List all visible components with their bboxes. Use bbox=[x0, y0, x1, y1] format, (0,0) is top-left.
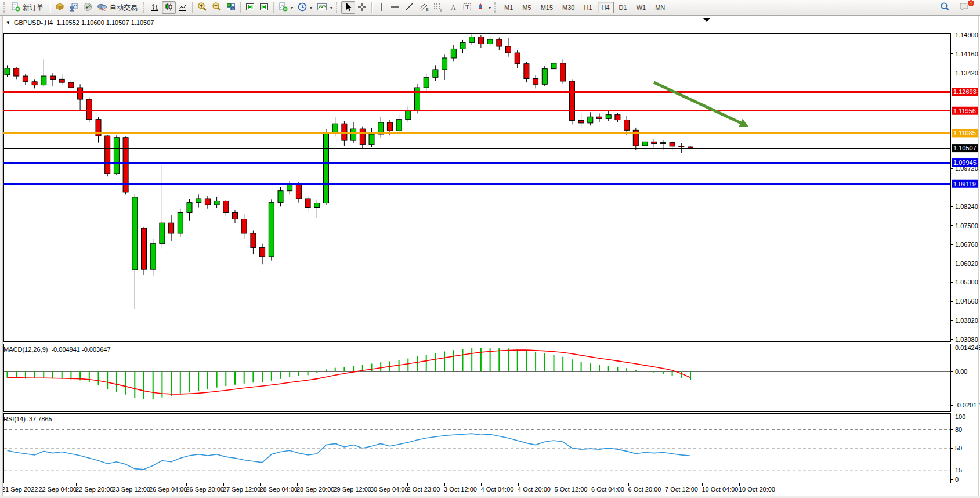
candle-bullish bbox=[278, 191, 283, 203]
candlestick-chart-type-button[interactable] bbox=[162, 1, 176, 14]
time-tick-label: 6 Oct 20:00 bbox=[628, 486, 661, 493]
window-right-edge bbox=[978, 16, 979, 498]
zoom-in-button[interactable] bbox=[195, 1, 209, 14]
cursor-tool-button[interactable] bbox=[341, 1, 355, 14]
template-button[interactable]: ▾ bbox=[314, 1, 335, 14]
timeframe-h4-button[interactable]: H4 bbox=[598, 2, 614, 13]
new-chart-button[interactable]: ▾ bbox=[276, 1, 295, 14]
timeframe-d1-button[interactable]: D1 bbox=[615, 2, 631, 13]
candle-bearish bbox=[578, 120, 584, 122]
timeframe-m30-button[interactable]: M30 bbox=[558, 2, 578, 13]
candle-bearish bbox=[478, 37, 483, 44]
candle-bullish bbox=[178, 212, 183, 233]
clock-icon bbox=[298, 2, 307, 13]
candle-bearish bbox=[506, 46, 511, 53]
community-button[interactable] bbox=[67, 1, 81, 14]
candle-bullish bbox=[460, 42, 465, 49]
price-tick-label: 1.13420 bbox=[955, 70, 978, 77]
candle-bullish bbox=[606, 115, 611, 119]
auto-trading-button[interactable]: 自动交易 bbox=[95, 1, 142, 14]
rsi-indicator-label: RSI(14) 37.7865 bbox=[3, 416, 52, 423]
toolbar-grip bbox=[494, 2, 497, 13]
time-tick-label: 3 Oct 12:00 bbox=[444, 486, 477, 493]
candle-bullish bbox=[642, 142, 648, 146]
svg-text:A: A bbox=[451, 3, 456, 11]
new-chart-icon bbox=[279, 2, 288, 13]
tile-windows-button[interactable] bbox=[224, 1, 238, 14]
time-tick-label: 4 Oct 20:00 bbox=[518, 486, 551, 493]
candle-bullish bbox=[542, 69, 547, 85]
rsi-tick-label: 15 bbox=[955, 467, 962, 474]
chart-shift-button[interactable] bbox=[257, 1, 271, 14]
toolbar-grip bbox=[3, 2, 6, 13]
candle-bullish bbox=[160, 223, 165, 244]
auto-scroll-button[interactable] bbox=[243, 1, 257, 14]
equidistant-channel-tool-button[interactable]: E bbox=[416, 1, 431, 14]
crosshair-tool-button[interactable] bbox=[355, 1, 369, 14]
text-label-icon: T bbox=[462, 2, 472, 13]
candle-bullish bbox=[396, 120, 402, 131]
new-order-button[interactable]: 新订单 bbox=[9, 1, 48, 14]
market-depth-button[interactable] bbox=[53, 1, 67, 14]
time-tick-label: 10 Oct 20:00 bbox=[739, 486, 775, 493]
rsi-tick-label: 50 bbox=[955, 445, 962, 452]
candle-bullish bbox=[269, 203, 274, 257]
arrows-tool-button[interactable]: ▾ bbox=[474, 1, 493, 14]
price-tick-label: 1.06760 bbox=[955, 241, 978, 248]
candle-bullish bbox=[187, 203, 192, 213]
toolbar-grip bbox=[143, 2, 146, 13]
community-icon bbox=[69, 2, 78, 13]
candle-bearish bbox=[296, 185, 301, 199]
fibonacci-icon: F bbox=[433, 2, 444, 13]
price-tick-label: 1.06020 bbox=[955, 260, 978, 267]
signals-button[interactable] bbox=[81, 1, 95, 14]
timeframe-h1-button[interactable]: H1 bbox=[580, 2, 596, 13]
candle-bearish bbox=[32, 82, 37, 85]
time-tick-label: 7 Oct 12:00 bbox=[665, 486, 698, 493]
candle-bearish bbox=[615, 115, 620, 120]
timeframe-m15-button[interactable]: M15 bbox=[537, 2, 557, 13]
candle-bearish bbox=[14, 68, 19, 76]
search-button[interactable] bbox=[938, 1, 952, 14]
candle-bearish bbox=[342, 124, 347, 140]
svg-text:E: E bbox=[426, 8, 429, 12]
timeframe-mn-button[interactable]: MN bbox=[651, 2, 669, 13]
auto-scroll-icon bbox=[245, 2, 255, 13]
time-tick-label: 29 Sep 12:00 bbox=[334, 486, 371, 493]
one-click-trading-toggle[interactable]: ▼ bbox=[6, 20, 10, 26]
toolbar-separator bbox=[192, 2, 193, 13]
candle-bearish bbox=[524, 64, 529, 79]
horizontal-line-tool-button[interactable] bbox=[388, 1, 402, 14]
timeframe-w1-button[interactable]: W1 bbox=[632, 2, 650, 13]
candle-bearish bbox=[497, 39, 502, 46]
line-chart-type-button[interactable] bbox=[176, 1, 190, 14]
market-depth-icon bbox=[55, 2, 64, 13]
candle-bearish bbox=[560, 63, 566, 81]
candle-bearish bbox=[169, 223, 174, 233]
chart-workspace: 1.149001.141601.134201.097201.082401.075… bbox=[0, 16, 980, 498]
time-tick-label: 2 Oct 23:00 bbox=[407, 486, 440, 493]
timeframe-m5-button[interactable]: M5 bbox=[518, 2, 535, 13]
candle-bearish bbox=[142, 228, 147, 269]
trend-arrow-line[interactable] bbox=[654, 82, 743, 124]
macd-indicator-label: MACD(12,26,9) -0.004941 -0.003647 bbox=[3, 346, 111, 353]
vertical-line-tool-button[interactable] bbox=[374, 1, 388, 14]
zoom-out-button[interactable] bbox=[209, 1, 224, 14]
fibonacci-tool-button[interactable]: F bbox=[431, 1, 446, 14]
text-tool-button[interactable]: A bbox=[446, 1, 460, 14]
text-label-tool-button[interactable]: T bbox=[460, 1, 474, 14]
toolbar-grip bbox=[336, 2, 339, 13]
candle-bullish bbox=[369, 134, 374, 145]
trendline-tool-button[interactable] bbox=[402, 1, 416, 14]
panel-frame bbox=[3, 344, 950, 411]
candle-bullish bbox=[5, 68, 10, 75]
chart-title: ▼ GBPUSD-,H4 1.10552 1.10600 1.10507 1.1… bbox=[6, 19, 154, 26]
timeframe-m1-button[interactable]: M1 bbox=[500, 2, 517, 13]
period-selector-button[interactable]: ▾ bbox=[295, 1, 314, 14]
line-chart-icon bbox=[178, 2, 187, 13]
bar-chart-type-button[interactable] bbox=[148, 1, 162, 14]
chart-shift-marker[interactable] bbox=[703, 18, 710, 22]
notifications-button[interactable]: 1 bbox=[957, 1, 972, 14]
macd-signal-line bbox=[8, 350, 691, 394]
rsi-tick-label: 100 bbox=[955, 413, 965, 420]
